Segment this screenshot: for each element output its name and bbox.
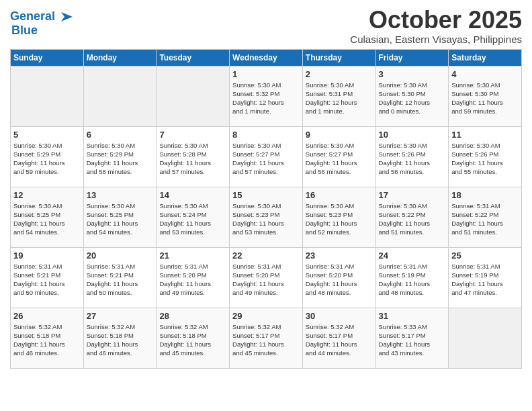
calendar-cell [83,66,157,126]
calendar-cell: 4Sunrise: 5:30 AM Sunset: 5:30 PM Daylig… [449,66,522,126]
weekday-header-tuesday: Tuesday [157,49,230,66]
calendar-cell: 31Sunrise: 5:33 AM Sunset: 5:17 PM Dayli… [375,308,449,368]
weekday-header-monday: Monday [83,49,157,66]
day-number: 2 [306,69,373,79]
weekday-header-wednesday: Wednesday [230,49,303,66]
day-number: 3 [379,69,446,79]
day-info: Sunrise: 5:30 AM Sunset: 5:30 PM Dayligh… [451,81,519,116]
day-info: Sunrise: 5:32 AM Sunset: 5:18 PM Dayligh… [159,322,226,358]
calendar-cell: 6Sunrise: 5:30 AM Sunset: 5:29 PM Daylig… [83,126,157,187]
day-number: 18 [451,190,519,200]
calendar-cell: 19Sunrise: 5:31 AM Sunset: 5:21 PM Dayli… [11,247,84,308]
calendar-cell: 1Sunrise: 5:30 AM Sunset: 5:32 PM Daylig… [230,66,303,126]
day-info: Sunrise: 5:31 AM Sunset: 5:22 PM Dayligh… [451,201,519,237]
day-number: 30 [306,311,373,321]
weekday-header-saturday: Saturday [449,49,522,66]
day-info: Sunrise: 5:32 AM Sunset: 5:18 PM Dayligh… [87,322,154,358]
calendar-cell: 25Sunrise: 5:31 AM Sunset: 5:19 PM Dayli… [449,247,522,308]
calendar-cell [157,66,230,126]
page-header: General Blue October 2025 Culasian, East… [10,7,522,45]
day-info: Sunrise: 5:30 AM Sunset: 5:23 PM Dayligh… [306,201,373,237]
day-info: Sunrise: 5:31 AM Sunset: 5:21 PM Dayligh… [87,262,154,298]
day-number: 6 [87,130,154,140]
calendar-cell: 13Sunrise: 5:30 AM Sunset: 5:25 PM Dayli… [83,187,157,247]
day-info: Sunrise: 5:30 AM Sunset: 5:25 PM Dayligh… [13,201,81,237]
day-info: Sunrise: 5:31 AM Sunset: 5:20 PM Dayligh… [232,262,300,298]
day-info: Sunrise: 5:30 AM Sunset: 5:29 PM Dayligh… [13,141,81,177]
calendar-cell [11,66,84,126]
day-number: 9 [306,130,373,140]
day-info: Sunrise: 5:30 AM Sunset: 5:26 PM Dayligh… [451,141,519,177]
day-number: 15 [232,190,300,200]
calendar-cell: 21Sunrise: 5:31 AM Sunset: 5:20 PM Dayli… [157,247,230,308]
day-number: 24 [379,250,446,261]
day-info: Sunrise: 5:32 AM Sunset: 5:17 PM Dayligh… [306,322,373,358]
day-info: Sunrise: 5:31 AM Sunset: 5:21 PM Dayligh… [13,262,81,298]
calendar-week-row: 12Sunrise: 5:30 AM Sunset: 5:25 PM Dayli… [11,187,522,247]
day-number: 10 [379,130,446,140]
weekday-header-row: SundayMondayTuesdayWednesdayThursdayFrid… [11,49,522,66]
calendar-cell: 27Sunrise: 5:32 AM Sunset: 5:18 PM Dayli… [83,308,157,368]
calendar-week-row: 1Sunrise: 5:30 AM Sunset: 5:32 PM Daylig… [11,66,522,126]
day-number: 23 [306,250,373,261]
day-info: Sunrise: 5:31 AM Sunset: 5:19 PM Dayligh… [451,262,519,298]
calendar-cell: 30Sunrise: 5:32 AM Sunset: 5:17 PM Dayli… [302,308,375,368]
calendar-cell: 12Sunrise: 5:30 AM Sunset: 5:25 PM Dayli… [11,187,84,247]
weekday-header-sunday: Sunday [11,49,84,66]
day-number: 12 [13,190,81,200]
calendar-cell: 2Sunrise: 5:30 AM Sunset: 5:31 PM Daylig… [302,66,375,126]
calendar-cell: 18Sunrise: 5:31 AM Sunset: 5:22 PM Dayli… [449,187,522,247]
day-number: 31 [379,311,446,321]
day-number: 1 [232,69,300,79]
day-number: 25 [451,250,519,261]
title-block: October 2025 Culasian, Eastern Visayas, … [350,7,522,45]
calendar-cell: 14Sunrise: 5:30 AM Sunset: 5:24 PM Dayli… [157,187,230,247]
calendar-cell: 7Sunrise: 5:30 AM Sunset: 5:28 PM Daylig… [157,126,230,187]
day-info: Sunrise: 5:32 AM Sunset: 5:17 PM Dayligh… [232,322,300,358]
calendar-cell: 26Sunrise: 5:32 AM Sunset: 5:18 PM Dayli… [11,308,84,368]
day-number: 19 [13,250,81,261]
calendar-cell: 17Sunrise: 5:30 AM Sunset: 5:22 PM Dayli… [375,187,449,247]
calendar-cell: 5Sunrise: 5:30 AM Sunset: 5:29 PM Daylig… [11,126,84,187]
day-info: Sunrise: 5:30 AM Sunset: 5:25 PM Dayligh… [87,201,154,237]
location-subtitle: Culasian, Eastern Visayas, Philippines [350,34,522,45]
calendar-cell: 29Sunrise: 5:32 AM Sunset: 5:17 PM Dayli… [230,308,303,368]
day-info: Sunrise: 5:30 AM Sunset: 5:31 PM Dayligh… [306,81,373,116]
day-info: Sunrise: 5:31 AM Sunset: 5:20 PM Dayligh… [306,262,373,298]
day-number: 28 [159,311,226,321]
calendar-cell: 8Sunrise: 5:30 AM Sunset: 5:27 PM Daylig… [230,126,303,187]
day-number: 14 [159,190,226,200]
calendar-cell: 23Sunrise: 5:31 AM Sunset: 5:20 PM Dayli… [302,247,375,308]
day-info: Sunrise: 5:31 AM Sunset: 5:20 PM Dayligh… [159,262,226,298]
calendar-cell: 11Sunrise: 5:30 AM Sunset: 5:26 PM Dayli… [449,126,522,187]
month-title: October 2025 [350,7,522,34]
calendar-cell: 24Sunrise: 5:31 AM Sunset: 5:19 PM Dayli… [375,247,449,308]
svg-marker-0 [61,12,73,21]
day-info: Sunrise: 5:30 AM Sunset: 5:27 PM Dayligh… [232,141,300,177]
day-info: Sunrise: 5:30 AM Sunset: 5:22 PM Dayligh… [379,201,446,237]
day-number: 11 [451,130,519,140]
day-info: Sunrise: 5:31 AM Sunset: 5:19 PM Dayligh… [379,262,446,298]
day-info: Sunrise: 5:30 AM Sunset: 5:26 PM Dayligh… [379,141,446,177]
weekday-header-thursday: Thursday [302,49,375,66]
calendar-cell: 3Sunrise: 5:30 AM Sunset: 5:30 PM Daylig… [375,66,449,126]
calendar-week-row: 26Sunrise: 5:32 AM Sunset: 5:18 PM Dayli… [11,308,522,368]
day-info: Sunrise: 5:32 AM Sunset: 5:18 PM Dayligh… [13,322,81,358]
calendar-cell: 20Sunrise: 5:31 AM Sunset: 5:21 PM Dayli… [83,247,157,308]
day-number: 20 [87,250,154,261]
day-number: 4 [451,69,519,79]
logo-icon [58,7,78,27]
day-info: Sunrise: 5:33 AM Sunset: 5:17 PM Dayligh… [379,322,446,358]
day-number: 5 [13,130,81,140]
day-info: Sunrise: 5:30 AM Sunset: 5:24 PM Dayligh… [159,201,226,237]
calendar-table: SundayMondayTuesdayWednesdayThursdayFrid… [10,49,522,369]
logo-text: General [10,10,55,24]
calendar-week-row: 5Sunrise: 5:30 AM Sunset: 5:29 PM Daylig… [11,126,522,187]
calendar-cell: 9Sunrise: 5:30 AM Sunset: 5:27 PM Daylig… [302,126,375,187]
calendar-cell: 28Sunrise: 5:32 AM Sunset: 5:18 PM Dayli… [157,308,230,368]
day-number: 29 [232,311,300,321]
day-number: 22 [232,250,300,261]
day-info: Sunrise: 5:30 AM Sunset: 5:28 PM Dayligh… [159,141,226,177]
day-number: 7 [159,130,226,140]
day-info: Sunrise: 5:30 AM Sunset: 5:29 PM Dayligh… [87,141,154,177]
